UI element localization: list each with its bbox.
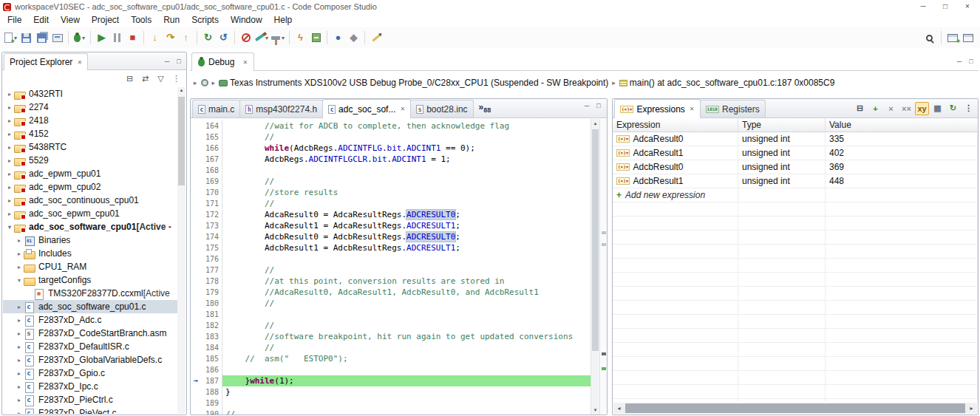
- toolbar-step-return-button[interactable]: ↑: [178, 29, 194, 47]
- toolbar-breakpoint-button[interactable]: ●: [330, 29, 346, 47]
- toolbar-terminate-button[interactable]: ■: [125, 29, 140, 47]
- line-number[interactable]: 179: [200, 287, 222, 298]
- line-number[interactable]: 173: [200, 220, 222, 231]
- maximize-window-button[interactable]: □: [934, 1, 956, 13]
- explorer-view-menu-button[interactable]: ⋮: [169, 72, 183, 85]
- toolbar-debug-perspective-button[interactable]: [960, 29, 976, 47]
- expand-arrow-icon[interactable]: ▸: [15, 410, 24, 415]
- expression-row-adcbresult0[interactable]: (×)=AdcbResult0unsigned int369: [613, 160, 978, 174]
- close-icon[interactable]: ✕: [242, 59, 248, 66]
- tree-item-tms320f28377d-ccxml[interactable]: TMS320F28377D.ccxml [Active: [3, 287, 177, 300]
- expand-arrow-icon[interactable]: ▸: [15, 383, 24, 390]
- editor-tab-msp430f2274-h[interactable]: hmsp430f2274.h: [239, 100, 323, 117]
- toolbar-edit-source-button[interactable]: [368, 29, 384, 47]
- expression-row-adcaresult0[interactable]: (×)=AdcaResult0unsigned int335: [613, 132, 978, 146]
- overview-ruler[interactable]: [599, 119, 607, 415]
- editor-tab-boot28-inc[interactable]: sboot28.inc: [410, 100, 473, 117]
- tree-item-f2837xd-gpio-c[interactable]: ▸F2837xD_Gpio.c: [3, 366, 177, 380]
- line-number[interactable]: 180: [200, 298, 222, 309]
- tree-item-f2837xd-ipc-c[interactable]: ▸F2837xD_Ipc.c: [3, 380, 177, 393]
- toolbar-clean-button[interactable]: ▾: [253, 29, 270, 47]
- expressions-remove-all-expressions-button[interactable]: ××: [899, 102, 913, 115]
- expand-arrow-icon[interactable]: ▸: [15, 237, 24, 244]
- tree-item-5438rtc[interactable]: ▸5438RTC: [3, 140, 177, 154]
- line-number[interactable]: 171: [200, 198, 222, 209]
- tree-item-5529[interactable]: ▸5529: [3, 154, 177, 167]
- line-number[interactable]: 187: [200, 375, 222, 386]
- expand-arrow-icon[interactable]: ▸: [15, 344, 24, 350]
- tree-item-cpu1-ram[interactable]: ▸CPU1_RAM: [3, 260, 177, 273]
- tree-item-f2837xd-globalvariabledefs-c[interactable]: ▸F2837xD_GlobalVariableDefs.c: [3, 353, 177, 366]
- menu-item-window[interactable]: Window: [225, 13, 268, 27]
- toolbar-step-over-button[interactable]: ↷: [163, 29, 178, 47]
- expand-arrow-icon[interactable]: ▸: [5, 91, 14, 98]
- tree-item-binaries[interactable]: ▸Binaries: [3, 233, 177, 247]
- editor-tab-main-c[interactable]: cmain.c: [192, 100, 240, 117]
- expand-arrow-icon[interactable]: ▸: [15, 397, 24, 403]
- tree-scrollbar[interactable]: ▴: [177, 87, 186, 414]
- close-icon[interactable]: ✕: [400, 106, 405, 112]
- line-number[interactable]: 184: [200, 342, 222, 353]
- minimize-panel-icon[interactable]: ─: [581, 102, 593, 109]
- tab-expressions[interactable]: (×)=Expressions✕: [614, 99, 701, 118]
- menu-item-tools[interactable]: Tools: [125, 13, 157, 27]
- code-editor[interactable]: 164 //wait for ADCB to complete, then ac…: [191, 119, 591, 415]
- scroll-left-icon[interactable]: ◂: [613, 405, 625, 412]
- toolbar-new-file-button[interactable]: ▾: [3, 29, 18, 47]
- expressions-copy-expressions-button[interactable]: ▦: [930, 102, 945, 115]
- tree-item-f2837xd-adc-c[interactable]: ▸F2837xD_Adc.c: [3, 313, 177, 327]
- expressions-refresh-expressions-button[interactable]: ↻: [946, 102, 960, 115]
- line-number[interactable]: 175: [200, 242, 222, 253]
- tree-item-includes[interactable]: ▸Includes: [3, 247, 177, 260]
- toolbar-save-button[interactable]: [18, 29, 34, 47]
- line-number[interactable]: 182: [200, 320, 222, 331]
- column-header-type[interactable]: Type: [738, 118, 826, 132]
- line-number[interactable]: 189: [200, 398, 222, 409]
- line-number[interactable]: 172: [200, 209, 222, 220]
- menu-item-help[interactable]: Help: [268, 13, 299, 27]
- toolbar-save-memory-button[interactable]: [308, 29, 324, 47]
- editor-tab-adc-soc-sof[interactable]: cadc_soc_sof...✕: [322, 99, 411, 118]
- line-number[interactable]: 174: [200, 231, 222, 242]
- debug-probe-text[interactable]: Texas Instruments XDS100v2 USB Debug Pro…: [230, 78, 608, 88]
- tree-item-f2837xd-piectrl-c[interactable]: ▸F2837xD_PieCtrl.c: [3, 393, 177, 406]
- dropdown-caret-icon[interactable]: ▾: [82, 35, 85, 41]
- bookmark-marker[interactable]: [602, 352, 606, 355]
- explorer-collapse-all-button[interactable]: ⊟: [123, 72, 137, 85]
- toolbar-pin-button[interactable]: ◆: [346, 29, 361, 47]
- expressions-add-expression-button[interactable]: +: [868, 102, 882, 115]
- expand-arrow-icon[interactable]: ▸: [15, 264, 24, 270]
- line-number[interactable]: 188: [200, 386, 222, 398]
- menu-item-edit[interactable]: Edit: [27, 13, 55, 27]
- tree-item-adc-soc-software-cpu01[interactable]: ▾adc_soc_software_cpu01 [Active -: [3, 220, 177, 233]
- toolbar-restart-button[interactable]: ↻: [200, 29, 216, 47]
- tree-item-4152[interactable]: ▸4152: [3, 127, 177, 140]
- line-number[interactable]: 181: [200, 309, 222, 320]
- tree-item-f2837xd-pievect-c[interactable]: ▸F2837xD_PieVect.c: [3, 406, 177, 414]
- expand-arrow-icon[interactable]: ▸: [5, 144, 14, 151]
- expand-arrow-icon[interactable]: ▸: [5, 197, 14, 204]
- line-number[interactable]: 178: [200, 276, 222, 287]
- expand-arrow-icon[interactable]: ▸: [15, 304, 24, 310]
- tab-registers[interactable]: 1010Registers: [700, 100, 766, 117]
- minimize-panel-icon[interactable]: ─: [953, 58, 965, 65]
- line-number[interactable]: 177: [200, 265, 222, 276]
- scroll-right-icon[interactable]: ▸: [966, 405, 977, 412]
- expressions-show-type-names-button[interactable]: xy: [915, 102, 929, 115]
- toolbar-save-all-button[interactable]: [34, 29, 50, 47]
- editor-tab-overflow-chevron[interactable]: »88: [479, 102, 491, 114]
- collapse-arrow-icon[interactable]: ▾: [5, 224, 14, 231]
- menu-item-file[interactable]: File: [1, 13, 27, 27]
- expression-row-adcaresult1[interactable]: (×)=AdcaResult1unsigned int402: [613, 146, 978, 160]
- close-icon[interactable]: ✕: [77, 59, 82, 66]
- debug-target-icon[interactable]: [201, 79, 208, 86]
- scrollbar-thumb[interactable]: [592, 129, 599, 351]
- tree-item-2418[interactable]: ▸2418: [3, 114, 177, 127]
- stack-frame-text[interactable]: main() at adc_soc_software_cpu01.c:187 0…: [630, 78, 835, 88]
- scroll-down-icon[interactable]: ▾: [591, 406, 599, 415]
- line-number[interactable]: 190: [200, 409, 222, 415]
- scrollbar-thumb[interactable]: [625, 403, 965, 413]
- tree-item-adc-soc-software-cpu01-c[interactable]: ▸adc_soc_software_cpu01.c: [3, 300, 177, 313]
- line-number[interactable]: 164: [200, 120, 222, 132]
- toolbar-build-button[interactable]: ▾: [270, 29, 286, 47]
